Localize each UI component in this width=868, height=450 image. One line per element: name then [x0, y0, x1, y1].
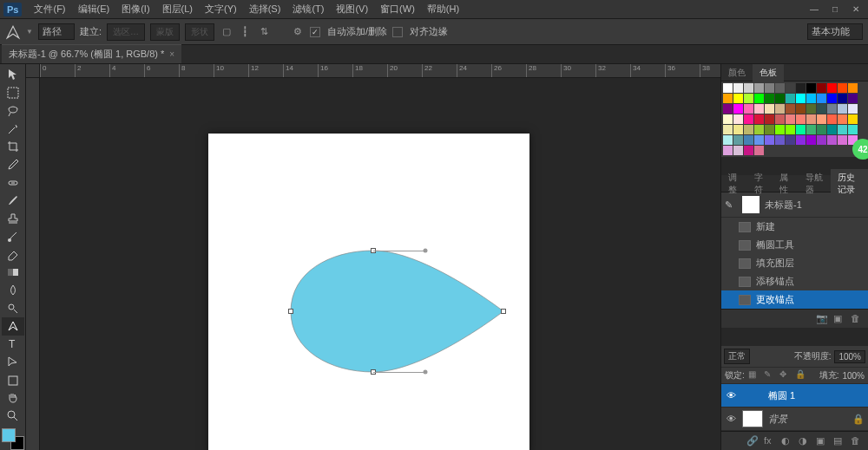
color-swatch[interactable]: [817, 83, 826, 93]
anchor-point[interactable]: [288, 309, 293, 314]
healing-tool[interactable]: [2, 173, 24, 192]
close-icon[interactable]: ×: [169, 49, 174, 59]
color-swatch[interactable]: [848, 114, 858, 124]
mode-dropdown[interactable]: 路径: [38, 23, 75, 40]
link-icon[interactable]: 🔗: [746, 435, 759, 447]
crop-tool[interactable]: [2, 138, 24, 156]
color-swatch[interactable]: [838, 83, 847, 93]
color-swatch[interactable]: [765, 135, 774, 145]
color-swatch[interactable]: [754, 83, 764, 93]
lock-transparency-icon[interactable]: ▦: [748, 369, 760, 382]
color-swatch[interactable]: [744, 94, 753, 103]
build-selection-button[interactable]: 选区…: [107, 23, 145, 41]
camera-icon[interactable]: 📷: [816, 313, 828, 325]
menu-item[interactable]: 滤镜(T): [287, 1, 329, 17]
menu-item[interactable]: 图层(L): [157, 1, 198, 17]
lock-position-icon[interactable]: ✥: [779, 369, 792, 382]
color-swatch[interactable]: [754, 135, 764, 145]
build-mask-button[interactable]: 蒙版: [150, 23, 180, 41]
gradient-tool[interactable]: [2, 264, 24, 282]
menu-item[interactable]: 图像(I): [116, 1, 155, 17]
wand-tool[interactable]: [2, 120, 24, 138]
color-swatch[interactable]: [796, 83, 806, 93]
color-swatch[interactable]: [848, 104, 858, 114]
minimize-button[interactable]: —: [806, 3, 823, 16]
color-swatch[interactable]: [754, 94, 764, 103]
menu-item[interactable]: 编辑(E): [73, 1, 115, 17]
color-swatch[interactable]: [786, 94, 795, 103]
close-button[interactable]: ✕: [847, 3, 865, 16]
stamp-tool[interactable]: [2, 210, 24, 228]
blur-tool[interactable]: [2, 282, 24, 300]
color-swatch[interactable]: [786, 125, 795, 134]
color-swatch[interactable]: [796, 125, 806, 134]
color-swatch[interactable]: [754, 114, 764, 124]
color-swatch[interactable]: [827, 135, 837, 145]
color-swatch[interactable]: [838, 114, 847, 124]
history-item[interactable]: 填充图层: [721, 254, 868, 272]
pen-tool[interactable]: [2, 317, 24, 336]
color-swatch[interactable]: [848, 125, 858, 134]
color-swatch[interactable]: [838, 94, 847, 103]
color-swatch[interactable]: [723, 114, 733, 124]
history-item[interactable]: 更改锚点: [721, 290, 868, 309]
menu-item[interactable]: 文件(F): [29, 1, 70, 17]
history-item[interactable]: 新建: [721, 218, 868, 236]
triangle-down-icon[interactable]: ▼: [26, 28, 33, 36]
dodge-tool[interactable]: [2, 299, 24, 317]
color-swatch[interactable]: [744, 135, 753, 145]
maximize-button[interactable]: □: [826, 3, 844, 16]
color-swatch[interactable]: [744, 83, 753, 93]
layer-row[interactable]: 👁背景🔒: [721, 408, 868, 431]
color-swatch[interactable]: [786, 135, 795, 145]
color-swatch[interactable]: [806, 94, 816, 103]
color-swatch[interactable]: [806, 83, 816, 93]
color-swatch[interactable]: [786, 114, 795, 124]
color-swatch[interactable]: [786, 83, 795, 93]
color-swatch[interactable]: [723, 104, 733, 114]
color-swatch[interactable]: [733, 114, 743, 124]
fill-input[interactable]: 100%: [842, 371, 865, 381]
color-swatch[interactable]: [744, 114, 753, 124]
group-icon[interactable]: ▣: [816, 435, 828, 447]
trash-icon[interactable]: 🗑: [851, 313, 863, 325]
color-swatch[interactable]: [733, 83, 743, 93]
layer-row[interactable]: 👁椭圆 1: [721, 384, 868, 408]
color-swatch[interactable]: [848, 83, 858, 93]
handle-point[interactable]: [424, 370, 428, 375]
color-swatch[interactable]: [765, 94, 774, 103]
align-edges-checkbox[interactable]: [392, 27, 403, 37]
color-swatch[interactable]: [775, 125, 785, 134]
color-swatch[interactable]: [806, 125, 816, 134]
color-swatch[interactable]: [817, 114, 826, 124]
color-swatch[interactable]: [827, 104, 837, 114]
panel-tab[interactable]: 颜色: [721, 64, 753, 82]
build-shape-button[interactable]: 形状: [185, 23, 214, 41]
gear-icon[interactable]: ⚙: [291, 25, 305, 39]
handle-point[interactable]: [424, 249, 428, 253]
history-item[interactable]: 椭圆工具: [721, 236, 868, 254]
color-swatch[interactable]: [796, 94, 806, 103]
color-swatch[interactable]: [817, 135, 826, 145]
color-swatch[interactable]: [754, 125, 764, 134]
color-swatch[interactable]: [827, 125, 837, 134]
path-ops-icon[interactable]: ▢: [220, 25, 233, 39]
new-snapshot-icon[interactable]: ▣: [833, 313, 845, 325]
color-swatch[interactable]: [817, 94, 826, 103]
menu-item[interactable]: 窗口(W): [375, 1, 420, 17]
color-swatch[interactable]: [796, 135, 806, 145]
color-swatches[interactable]: [2, 428, 24, 450]
marquee-tool[interactable]: [2, 84, 24, 102]
color-swatch[interactable]: [744, 125, 753, 134]
shape-tool[interactable]: [2, 371, 24, 389]
visibility-icon[interactable]: 👁: [725, 390, 737, 401]
workspace-dropdown[interactable]: 基本功能: [807, 23, 863, 40]
eraser-tool[interactable]: [2, 245, 24, 264]
color-swatch[interactable]: [754, 146, 764, 155]
menu-item[interactable]: 选择(S): [244, 1, 286, 17]
opacity-input[interactable]: 100%: [834, 350, 865, 363]
color-swatch[interactable]: [838, 135, 847, 145]
color-swatch[interactable]: [796, 114, 806, 124]
mask-icon[interactable]: ◐: [781, 435, 793, 447]
history-item[interactable]: 添移锚点: [721, 272, 868, 290]
